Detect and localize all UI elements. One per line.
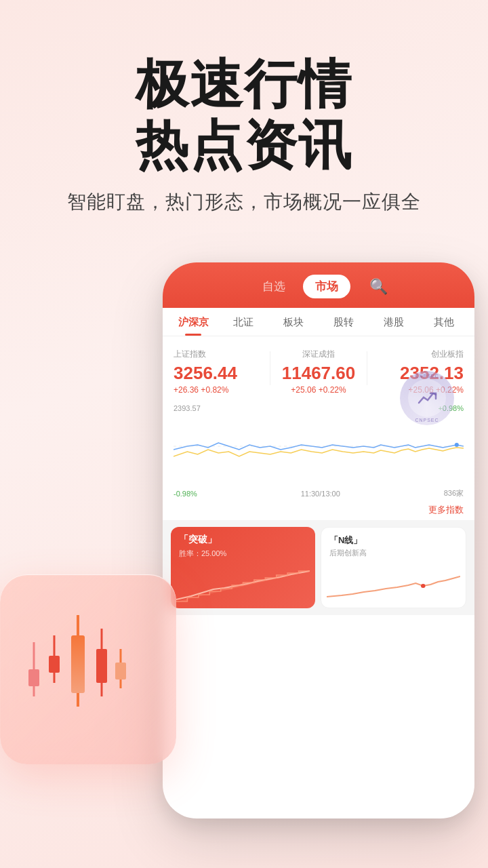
app-tabs: 沪深京 北证 板块 股转 港股 其他 <box>163 308 474 336</box>
index-shangzheng: 上证指数 3256.44 +26.36 +0.82% <box>174 344 270 399</box>
hero-section: 极速行情 热点资讯 智能盯盘，热门形态，市场概况一应俱全 <box>0 0 488 242</box>
svg-point-17 <box>421 584 426 588</box>
svg-rect-14 <box>115 663 126 679</box>
svg-point-16 <box>455 443 459 447</box>
index-label-3: 创业板指 <box>367 349 464 360</box>
index-change-2: +25.06 +0.22% <box>270 385 367 395</box>
card-white-title: 「N线」 <box>321 528 466 548</box>
index-value-2: 11467.60 <box>270 363 367 384</box>
tab-beizheng[interactable]: 北证 <box>218 308 268 336</box>
nav-item-zixuan[interactable]: 自选 <box>250 275 298 298</box>
cards-section: 「突破」 胜率：25.00% 「N线」 后期创新高 <box>163 520 474 615</box>
svg-rect-8 <box>71 635 85 693</box>
hero-title-line2: 热点资讯 <box>136 115 352 175</box>
chart-bottom: -0.98% 11:30/13:00 836家 <box>163 486 474 504</box>
hero-title: 极速行情 热点资讯 <box>27 54 461 176</box>
phone-frame: 自选 市场 🔍 沪深京 北证 板块 股转 港股 其他 上证指数 3256.44 … <box>163 262 474 818</box>
chart-count: 836家 <box>444 488 464 498</box>
tab-bankuai[interactable]: 板块 <box>268 308 319 336</box>
tab-hushenji[interactable]: 沪深京 <box>168 308 218 336</box>
index-change-1: +26.36 +0.82% <box>174 385 270 395</box>
app-nav: 自选 市场 🔍 <box>176 275 461 308</box>
index-label-2: 深证成指 <box>270 349 367 360</box>
cnpsec-stamp: CNPSEC CNPSEC <box>400 371 454 425</box>
chart-top-label: 2393.57 <box>174 404 201 412</box>
tab-guzhuang[interactable]: 股转 <box>319 308 369 336</box>
index-shenzhen: 深证成指 11467.60 +25.06 +0.22% <box>270 344 367 399</box>
stamp-text-bottom: CNPSEC <box>415 418 439 422</box>
app-header: 自选 市场 🔍 <box>163 262 474 308</box>
search-icon[interactable]: 🔍 <box>369 278 388 296</box>
index-value-1: 3256.44 <box>174 363 270 384</box>
stamp-icon <box>417 388 437 408</box>
svg-rect-2 <box>28 669 39 686</box>
index-label-1: 上证指数 <box>174 349 270 360</box>
card-white-subtitle: 后期创新高 <box>321 548 466 558</box>
chart-negative-label: -0.98% <box>174 490 197 498</box>
card-nxian[interactable]: 「N线」 后期创新高 <box>321 527 466 608</box>
nav-item-shichang[interactable]: 市场 <box>303 275 350 298</box>
card-red-subtitle: 胜率：25.00% <box>171 549 315 559</box>
card-tupo[interactable]: 「突破」 胜率：25.00% <box>171 527 315 608</box>
card-red-chart <box>176 569 310 603</box>
phone-area: 自选 市场 🔍 沪深京 北证 板块 股转 港股 其他 上证指数 3256.44 … <box>14 262 474 818</box>
svg-rect-5 <box>49 656 60 673</box>
chart-time-label: 11:30/13:00 <box>197 490 444 498</box>
tab-ganggu[interactable]: 港股 <box>369 308 419 336</box>
card-red-title: 「突破」 <box>171 527 315 549</box>
candle-decoration <box>0 574 176 764</box>
hero-subtitle: 智能盯盘，热门形态，市场概况一应俱全 <box>27 189 461 215</box>
tab-qita[interactable]: 其他 <box>419 308 469 336</box>
more-index-button[interactable]: 更多指数 <box>163 504 474 520</box>
stamp-text: CNPSEC <box>415 374 439 378</box>
hero-title-line1: 极速行情 <box>136 54 352 114</box>
svg-rect-11 <box>96 649 107 683</box>
card-white-chart <box>327 568 460 602</box>
